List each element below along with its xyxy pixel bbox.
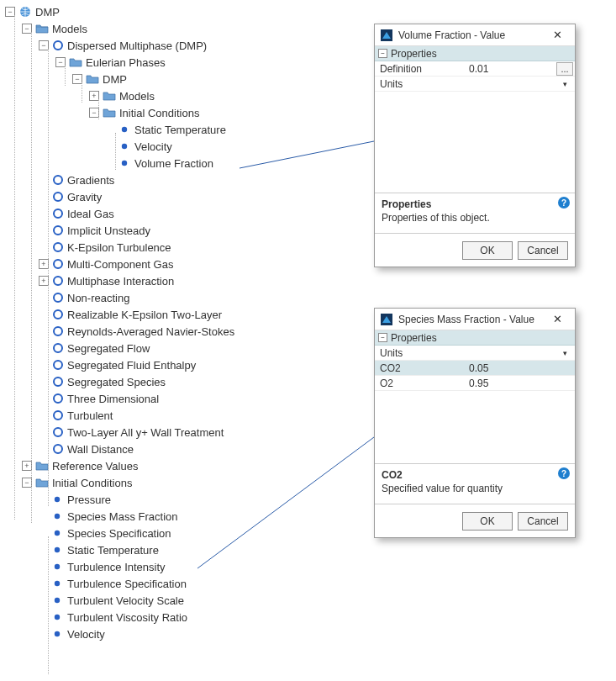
- property-value[interactable]: 0.95: [467, 377, 575, 389]
- description-text: Specified value for quantity: [382, 483, 568, 494]
- collapse-icon[interactable]: −: [89, 108, 99, 118]
- tree-node-model[interactable]: Segregated Species: [5, 373, 366, 390]
- property-row[interactable]: O20.95: [375, 376, 575, 391]
- collapse-icon[interactable]: −: [55, 57, 66, 67]
- tree-node-model[interactable]: +Multi-Component Gas: [5, 256, 366, 272]
- expand-icon[interactable]: +: [39, 276, 49, 286]
- tree-label: Initial Conditions: [52, 477, 132, 489]
- tree-label: Two-Layer All y+ Wall Treatment: [67, 426, 224, 439]
- ellipsis-button[interactable]: ...: [556, 62, 573, 76]
- tree-leaf[interactable]: Velocity: [5, 626, 366, 642]
- svg-point-29: [55, 581, 60, 586]
- tree-leaf[interactable]: Static Temperature: [5, 121, 366, 138]
- tree-node-model[interactable]: Two-Layer All y+ Wall Treatment: [5, 424, 366, 441]
- cancel-button[interactable]: Cancel: [518, 241, 568, 260]
- ring-icon: [52, 325, 64, 337]
- property-row[interactable]: CO20.05: [375, 361, 575, 376]
- tree-node-reference-values[interactable]: + Reference Values: [5, 457, 366, 474]
- tree-leaf[interactable]: Turbulence Intensity: [5, 558, 366, 575]
- svg-point-28: [55, 564, 60, 569]
- titlebar[interactable]: Species Mass Fraction - Value ✕: [375, 309, 575, 330]
- app-icon: [380, 313, 393, 326]
- tree-leaf[interactable]: Pressure: [5, 491, 366, 508]
- tree-leaf[interactable]: Turbulence Specification: [5, 575, 366, 592]
- collapse-icon[interactable]: −: [5, 7, 15, 17]
- tree-leaf[interactable]: Turbulent Velocity Scale: [5, 592, 366, 609]
- tree-node-model[interactable]: Gradients: [5, 172, 366, 188]
- collapse-icon[interactable]: −: [378, 49, 387, 58]
- ring-icon: [52, 443, 64, 455]
- ring-icon: [52, 342, 64, 354]
- tree-node-inner-ic[interactable]: − Initial Conditions: [5, 104, 366, 121]
- tree-node-model[interactable]: Segregated Flow: [5, 340, 366, 356]
- tree-leaf[interactable]: Static Temperature: [5, 541, 366, 558]
- tree-node-model[interactable]: Realizable K-Epsilon Two-Layer: [5, 306, 366, 323]
- collapse-icon[interactable]: −: [22, 478, 32, 488]
- tree-node-model[interactable]: Three Dimensional: [5, 390, 366, 407]
- tree-leaf[interactable]: Turbulent Viscosity Ratio: [5, 609, 366, 626]
- tree-node-root[interactable]: − DMP: [5, 3, 366, 20]
- tree-node-model[interactable]: Reynolds-Averaged Navier-Stokes: [5, 323, 366, 340]
- ring-icon: [52, 40, 64, 51]
- svg-point-7: [54, 176, 62, 184]
- dot-icon: [119, 158, 129, 168]
- tree-node-dmp-inner[interactable]: − DMP: [5, 71, 366, 87]
- tree-node-model[interactable]: Turbulent: [5, 407, 366, 424]
- folder-open-icon: [35, 23, 49, 34]
- app-icon: [380, 29, 393, 42]
- tree-node-model[interactable]: Wall Distance: [5, 441, 366, 457]
- tree-node-inner-models[interactable]: + Models: [5, 87, 366, 104]
- property-value[interactable]: 0.05: [467, 362, 575, 374]
- collapse-icon[interactable]: −: [39, 40, 49, 50]
- property-row[interactable]: Units▾: [375, 77, 575, 92]
- tree-node-model[interactable]: Ideal Gas: [5, 205, 366, 222]
- tree-leaf[interactable]: Velocity: [5, 138, 366, 155]
- tree-leaf-volume-fraction[interactable]: Volume Fraction: [5, 155, 366, 172]
- tree-node-model[interactable]: Segregated Fluid Enthalpy: [5, 356, 366, 373]
- collapse-icon[interactable]: −: [72, 74, 82, 84]
- ok-button[interactable]: OK: [462, 512, 513, 531]
- svg-point-13: [54, 277, 62, 285]
- help-icon[interactable]: ?: [558, 197, 570, 209]
- folder-icon: [103, 90, 116, 102]
- tree-node-model[interactable]: Non-reacting: [5, 289, 366, 306]
- tree-label: Segregated Species: [67, 376, 166, 388]
- property-row[interactable]: Units▾: [375, 346, 575, 361]
- tree-node-initial-conditions[interactable]: − Initial Conditions: [5, 474, 366, 491]
- ok-button[interactable]: OK: [462, 241, 513, 260]
- tree-label: Turbulent Viscosity Ratio: [67, 611, 187, 624]
- tree-node-model[interactable]: K-Epsilon Turbulence: [5, 239, 366, 256]
- close-button[interactable]: ✕: [543, 27, 571, 44]
- tree-node-model[interactable]: Implicit Unsteady: [5, 222, 366, 239]
- collapse-icon[interactable]: −: [378, 333, 387, 342]
- tree-leaf[interactable]: Species Mass Fraction: [5, 508, 366, 525]
- tree-node-eulerian[interactable]: − Eulerian Phases: [5, 54, 366, 71]
- expand-icon[interactable]: +: [22, 461, 32, 471]
- svg-point-16: [54, 327, 62, 335]
- svg-point-32: [55, 631, 60, 636]
- tree-label: Multi-Component Gas: [67, 258, 173, 271]
- tree-panel: − DMP − Models − Dispersed Multiphase (D…: [5, 3, 366, 642]
- expand-icon[interactable]: +: [89, 91, 99, 101]
- property-key: Units: [375, 78, 467, 90]
- close-button[interactable]: ✕: [543, 311, 571, 328]
- svg-point-10: [54, 226, 62, 235]
- tree-node-dmp[interactable]: − Dispersed Multiphase (DMP): [5, 37, 366, 54]
- tree-node-model[interactable]: Gravity: [5, 188, 366, 205]
- cancel-button[interactable]: Cancel: [518, 512, 568, 531]
- svg-point-18: [54, 361, 62, 369]
- dropdown-icon[interactable]: ▾: [558, 347, 571, 359]
- tree-node-model[interactable]: +Multiphase Interaction: [5, 272, 366, 289]
- property-row[interactable]: Definition0.01...: [375, 61, 575, 77]
- tree-node-models[interactable]: − Models: [5, 20, 366, 37]
- expand-icon[interactable]: +: [39, 259, 49, 269]
- titlebar[interactable]: Volume Fraction - Value ✕: [375, 24, 575, 46]
- section-header[interactable]: − Properties: [375, 46, 575, 61]
- help-icon[interactable]: ?: [558, 467, 570, 479]
- collapse-icon[interactable]: −: [22, 24, 32, 34]
- dropdown-icon[interactable]: ▾: [558, 78, 571, 90]
- section-header[interactable]: − Properties: [375, 330, 575, 346]
- property-value[interactable]: 0.01: [467, 63, 556, 75]
- svg-point-26: [55, 531, 60, 536]
- tree-leaf[interactable]: Species Specification: [5, 525, 366, 541]
